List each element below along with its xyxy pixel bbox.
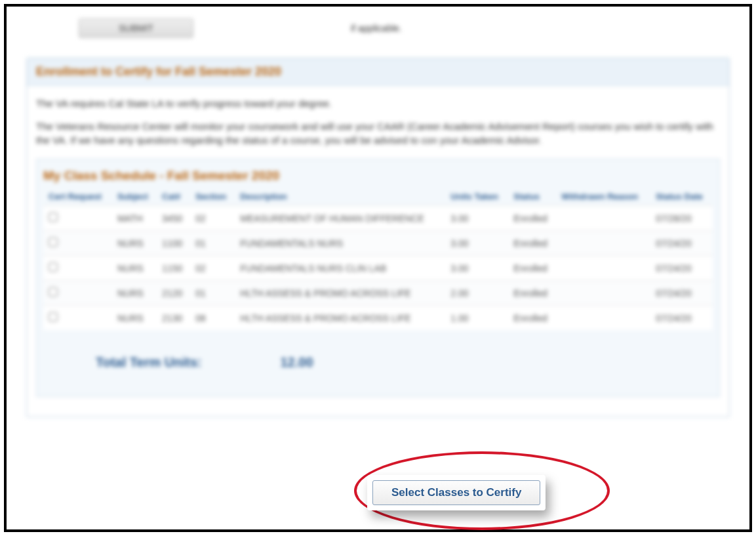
cert-checkbox[interactable] (49, 287, 58, 297)
cell-description: HLTH ASSESS & PROMO ACROSS LIFE (235, 306, 445, 331)
totals-label: Total Term Units: (96, 355, 201, 370)
cell-section: 02 (190, 256, 235, 281)
cell-status: Enrolled (508, 306, 556, 331)
cell-cat: 1150 (157, 256, 190, 281)
schedule-title: My Class Schedule - Fall Semester 2020 (43, 166, 713, 188)
top-row: SUBMIT if applicable. (26, 18, 730, 51)
table-row: NURS115002FUNDAMENTALS NURS CLIN LAB3.00… (43, 256, 713, 281)
cell-description: FUNDAMENTALS NURS CLIN LAB (235, 256, 445, 281)
table-row: NURS213008HLTH ASSESS & PROMO ACROSS LIF… (43, 306, 713, 331)
cell-date: 07/24/20 (650, 306, 713, 331)
col-statusdate: Status Date (650, 188, 713, 206)
highlight-overlay: Select Classes to Certify (354, 466, 616, 525)
select-classes-button-card: Select Classes to Certify (367, 475, 546, 510)
cell-subject: NURS (112, 281, 157, 306)
totals-row: Total Term Units: 12.00 (43, 355, 713, 370)
cell-section: 01 (190, 281, 235, 306)
cert-checkbox[interactable] (49, 312, 58, 321)
cell-units: 3.00 (445, 206, 508, 231)
col-withdrawn: Withdrawn Reason (556, 188, 650, 206)
cell-section: 02 (190, 206, 235, 231)
top-note-text: if applicable. (351, 23, 730, 33)
cell-date: 07/24/20 (650, 256, 713, 281)
submit-button[interactable]: SUBMIT (79, 18, 193, 38)
select-classes-button[interactable]: Select Classes to Certify (372, 480, 540, 505)
cell-units: 2.00 (445, 281, 508, 306)
app-frame: SUBMIT if applicable. Enrollment to Cert… (4, 4, 752, 532)
cell-description: HLTH ASSESS & PROMO ACROSS LIFE (235, 281, 445, 306)
cell-section: 01 (190, 231, 235, 256)
enrollment-para-2: The Veterans Resource Center will monito… (36, 119, 720, 147)
cell-date: 07/24/20 (650, 281, 713, 306)
totals-value: 12.00 (280, 355, 313, 370)
cell-cat: 3450 (157, 206, 190, 231)
enrollment-panel-body: The VA requires Cal State LA to verify p… (27, 86, 729, 417)
cell-description: FUNDAMENTALS NURS (235, 231, 445, 256)
col-description: Description (235, 188, 445, 206)
cell-description: MEASUREMENT OF HUMAN DIFFERENCE (235, 206, 445, 231)
schedule-panel: My Class Schedule - Fall Semester 2020 C… (36, 159, 720, 397)
table-row: NURS212001HLTH ASSESS & PROMO ACROSS LIF… (43, 281, 713, 306)
cell-subject: MATH (112, 206, 157, 231)
cell-withdrawn (556, 306, 650, 331)
cell-status: Enrolled (508, 281, 556, 306)
col-units: Units Taken (445, 188, 508, 206)
table-row: MATH345002MEASUREMENT OF HUMAN DIFFERENC… (43, 206, 713, 231)
enrollment-panel: Enrollment to Certify for Fall Semester … (26, 58, 730, 417)
cert-checkbox[interactable] (49, 213, 58, 222)
cell-cat: 2130 (157, 306, 190, 331)
cell-withdrawn (556, 256, 650, 281)
col-subject: Subject (112, 188, 157, 206)
cell-status: Enrolled (508, 231, 556, 256)
cell-units: 1.00 (445, 306, 508, 331)
schedule-table: Cert Request Subject Cat# Section Descri… (43, 188, 713, 330)
cell-units: 3.00 (445, 231, 508, 256)
cell-subject: NURS (112, 231, 157, 256)
col-cert: Cert Request (43, 188, 112, 206)
enrollment-para-1: The VA requires Cal State LA to verify p… (36, 96, 720, 110)
cell-status: Enrolled (508, 256, 556, 281)
cell-status: Enrolled (508, 206, 556, 231)
blurred-background: SUBMIT if applicable. Enrollment to Cert… (7, 7, 749, 437)
cert-checkbox[interactable] (49, 262, 58, 272)
cell-subject: NURS (112, 306, 157, 331)
cell-cat: 1100 (157, 231, 190, 256)
cell-withdrawn (556, 231, 650, 256)
cell-subject: NURS (112, 256, 157, 281)
col-section: Section (190, 188, 235, 206)
col-status: Status (508, 188, 556, 206)
enrollment-panel-title: Enrollment to Certify for Fall Semester … (27, 58, 729, 86)
col-cat: Cat# (157, 188, 190, 206)
cell-cat: 2120 (157, 281, 190, 306)
cell-units: 3.00 (445, 256, 508, 281)
table-row: NURS110001FUNDAMENTALS NURS3.00Enrolled0… (43, 231, 713, 256)
cell-date: 07/24/20 (650, 231, 713, 256)
cell-section: 08 (190, 306, 235, 331)
cert-checkbox[interactable] (49, 237, 58, 247)
cell-withdrawn (556, 206, 650, 231)
cell-withdrawn (556, 281, 650, 306)
cell-date: 07/28/20 (650, 206, 713, 231)
